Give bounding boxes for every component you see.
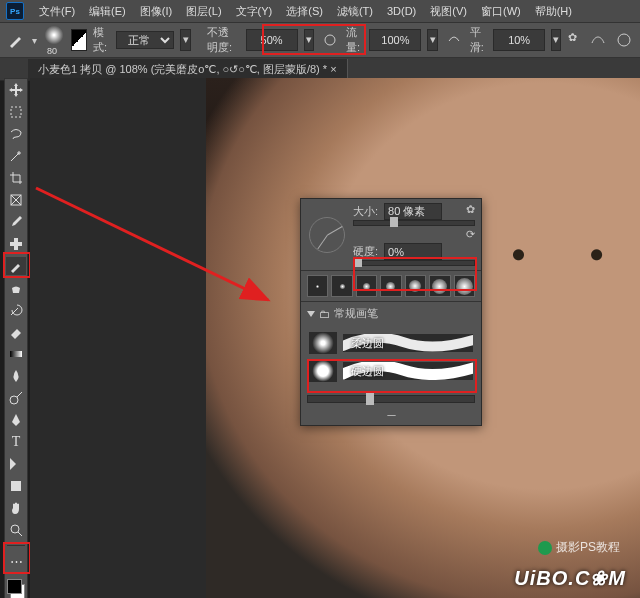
mode-select[interactable]: 正常 [116, 31, 174, 49]
airbrush-icon[interactable] [444, 30, 464, 50]
tool-brush[interactable] [6, 257, 26, 275]
foreground-color[interactable] [7, 579, 22, 594]
pressure-opacity-icon[interactable] [320, 30, 340, 50]
tool-shape[interactable] [6, 477, 26, 495]
tool-clone[interactable] [6, 279, 26, 297]
smoothing-dropdown-icon[interactable]: ▾ [551, 29, 561, 51]
tool-hand[interactable] [6, 499, 26, 517]
brush-item-label: 柔边圆 [351, 336, 384, 351]
tool-eyedropper[interactable] [6, 213, 26, 231]
tool-history[interactable] [6, 301, 26, 319]
svg-point-12 [11, 525, 19, 533]
brush-stroke-preview: 柔边圆 [343, 334, 473, 352]
brush-item-soft[interactable]: 柔边圆 [307, 329, 475, 357]
tool-marquee[interactable] [6, 103, 26, 121]
brush-thumb[interactable] [429, 275, 450, 297]
flow-dropdown-icon[interactable]: ▾ [427, 29, 437, 51]
tool-blur[interactable] [6, 367, 26, 385]
brush-folder[interactable]: 🗀 常规画笔 [301, 302, 481, 325]
gear-icon[interactable]: ✿ [567, 30, 582, 50]
color-swatches[interactable] [6, 578, 26, 598]
tool-eraser[interactable] [6, 323, 26, 341]
brush-list: 柔边圆 硬边圆 [301, 325, 481, 389]
tool-zoom[interactable] [6, 521, 26, 539]
tool-more-icon[interactable]: ⋯ [6, 552, 26, 570]
document-tab[interactable]: 小麦色1 拷贝 @ 108% (完美磨皮o℃, ○↺○℃, 图层蒙版/8) * … [28, 59, 348, 80]
tool-type[interactable]: T [6, 433, 26, 451]
menu-filter[interactable]: 滤镜(T) [330, 4, 380, 19]
tool-gradient[interactable] [6, 345, 26, 363]
size-label: 大小: [353, 204, 378, 219]
menu-file[interactable]: 文件(F) [32, 4, 82, 19]
brush-thumb[interactable] [454, 275, 475, 297]
resize-handle-icon[interactable]: ⸺ [301, 409, 481, 425]
brush-preview-icon [309, 360, 337, 382]
flip-icon[interactable]: ⟳ [466, 228, 475, 240]
tool-healing[interactable] [6, 235, 26, 253]
canvas[interactable]: ✿ 大小: ⟳ 硬度: [30, 78, 640, 598]
toggle-panel-icon[interactable] [71, 29, 87, 51]
menu-layer[interactable]: 图层(L) [179, 4, 228, 19]
folder-icon: 🗀 [319, 308, 330, 320]
menu-view[interactable]: 视图(V) [423, 4, 474, 19]
flow-input[interactable] [369, 29, 421, 51]
tool-dodge[interactable] [6, 389, 26, 407]
brush-thumb[interactable] [405, 275, 426, 297]
tool-wand[interactable] [6, 147, 26, 165]
brush-thumbnails [301, 270, 481, 302]
brush-angle-control[interactable] [309, 217, 345, 253]
tool-move[interactable] [6, 81, 26, 99]
watermark-text: 摄影PS教程 [538, 539, 620, 556]
panel-gear-icon[interactable]: ✿ [463, 203, 477, 217]
svg-point-0 [325, 35, 335, 45]
opacity-label: 不透明度: [207, 25, 240, 55]
tool-frame[interactable] [6, 191, 26, 209]
size-slider[interactable] [353, 220, 475, 226]
tool-path[interactable] [6, 455, 26, 473]
menu-type[interactable]: 文字(Y) [229, 4, 280, 19]
menu-window[interactable]: 窗口(W) [474, 4, 528, 19]
site-watermark: UiBO.C❀M [514, 566, 626, 590]
brush-stroke-preview: 硬边圆 [343, 362, 473, 380]
svg-rect-2 [11, 107, 21, 117]
panel-bottom-slider[interactable] [307, 395, 475, 403]
brush-preview-icon [309, 332, 337, 354]
menu-edit[interactable]: 编辑(E) [82, 4, 133, 19]
brush-preview-icon[interactable] [43, 24, 65, 46]
opacity-dropdown-icon[interactable]: ▾ [304, 29, 314, 51]
symmetry-icon[interactable] [588, 30, 608, 50]
tool-lasso[interactable] [6, 125, 26, 143]
tool-palette: T ⋯ [4, 78, 28, 598]
hardness-slider[interactable] [353, 260, 475, 266]
brush-thumb[interactable] [380, 275, 401, 297]
brush-thumb[interactable] [307, 275, 328, 297]
brush-thumb[interactable] [356, 275, 377, 297]
menu-help[interactable]: 帮助(H) [528, 4, 579, 19]
menu-3d[interactable]: 3D(D) [380, 5, 423, 17]
svg-point-9 [10, 396, 18, 404]
brush-item-label: 硬边圆 [351, 364, 384, 379]
workspace: T ⋯ ✿ 大小: [0, 78, 640, 598]
menu-bar: Ps 文件(F) 编辑(E) 图像(I) 图层(L) 文字(Y) 选择(S) 滤… [0, 0, 640, 23]
pressure-size-icon[interactable] [614, 30, 634, 50]
menu-image[interactable]: 图像(I) [133, 4, 179, 19]
mode-label: 模式: [93, 25, 110, 55]
tool-crop[interactable] [6, 169, 26, 187]
smoothing-input[interactable] [493, 29, 545, 51]
flow-label: 流量: [346, 25, 363, 55]
wechat-icon [538, 541, 552, 555]
brush-item-hard[interactable]: 硬边圆 [307, 357, 475, 385]
mode-dropdown-icon[interactable]: ▾ [180, 29, 190, 51]
ps-logo-icon: Ps [6, 2, 24, 20]
menu-select[interactable]: 选择(S) [279, 4, 330, 19]
smoothing-label: 平滑: [470, 25, 487, 55]
hardness-input[interactable] [384, 243, 442, 260]
svg-line-13 [18, 532, 22, 536]
svg-point-1 [618, 34, 630, 46]
tool-pen[interactable] [6, 411, 26, 429]
svg-line-10 [17, 392, 22, 397]
svg-rect-8 [10, 351, 22, 357]
opacity-input[interactable] [246, 29, 298, 51]
brush-thumb[interactable] [331, 275, 352, 297]
svg-rect-11 [11, 481, 21, 491]
